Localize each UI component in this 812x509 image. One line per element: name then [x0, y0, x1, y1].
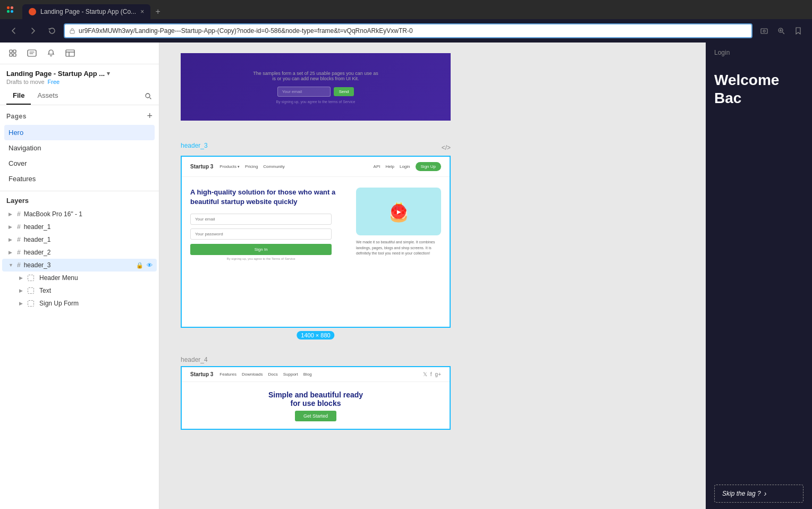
hero-send-btn[interactable]: Send [334, 87, 354, 96]
hash-icon: # [17, 249, 21, 256]
bookmark-btn[interactable] [791, 23, 806, 38]
page-item-hero[interactable]: Hero [4, 125, 155, 140]
layer-item-header3[interactable]: ▼ # header_3 🔒 👁 [2, 259, 157, 272]
forward-btn[interactable] [26, 23, 40, 38]
file-name[interactable]: Landing Page - Startup App ... ▾ [6, 70, 153, 78]
header4-frame: Startup 3 Features Downloads Docs Suppor… [181, 366, 451, 430]
h4-blog[interactable]: Blog [303, 372, 312, 377]
header4-body: Simple and beautiful ready for use block… [182, 382, 450, 430]
expand-arrow[interactable]: ▶ [9, 250, 14, 255]
svg-rect-5 [761, 29, 767, 33]
layer-child-text[interactable]: ▶ Text [2, 284, 157, 297]
app-body: Landing Page - Startup App ... ▾ Drafts … [0, 43, 812, 509]
expand-arrow[interactable]: ▶ [9, 224, 14, 230]
expand-arrow[interactable]: ▶ [19, 301, 24, 306]
expand-arrow[interactable]: ▼ [9, 262, 14, 268]
page-item-features[interactable]: Features [4, 171, 155, 186]
header4-btn[interactable]: Get Started [295, 411, 336, 421]
security-icon [69, 28, 75, 34]
h3-help[interactable]: Help [386, 164, 394, 169]
gplus-icon[interactable]: g+ [435, 371, 441, 377]
tab-file[interactable]: File [6, 87, 31, 105]
skip-btn[interactable]: Skip the lag ? › [714, 485, 803, 503]
skip-arrow-icon: › [764, 489, 767, 498]
eye-icon[interactable]: 👁 [147, 262, 153, 268]
header3-signin-btn[interactable]: Sign In [190, 244, 332, 255]
layer-child-signup-form[interactable]: ▶ Sign Up Form [2, 297, 157, 310]
layer-item-header1b[interactable]: ▶ # header_1 [2, 233, 157, 246]
nav-bar: ur9FA9xMUWh3wy/Landing-Page---Startup-Ap… [0, 19, 812, 43]
address-bar[interactable]: ur9FA9xMUWh3wy/Landing-Page---Startup-Ap… [64, 23, 752, 38]
text-tool-icon[interactable] [26, 47, 38, 60]
h3-nav-items: Products Pricing Community [219, 164, 284, 169]
play-btn[interactable]: ▶ [391, 204, 406, 219]
frame-size-badge: 1400 × 880 [297, 331, 334, 340]
svg-rect-9 [13, 50, 16, 53]
h4-nav-items: Features Downloads Docs Support Blog [219, 372, 311, 377]
page-item-navigation[interactable]: Navigation [4, 140, 155, 156]
layer-list: ▶ # MacBook Pro 16" - 1 ▶ # header_1 ▶ #… [0, 208, 159, 310]
twitter-icon[interactable]: 𝕏 [423, 371, 427, 377]
expand-arrow[interactable]: ▶ [19, 275, 24, 281]
h4-docs[interactable]: Docs [268, 372, 278, 377]
svg-rect-11 [13, 54, 16, 56]
pages-add-btn[interactable]: + [147, 111, 153, 122]
h3-signup-btn[interactable]: Sign Up [416, 162, 441, 171]
page-item-cover[interactable]: Cover [4, 156, 155, 171]
expand-arrow[interactable]: ▶ [9, 237, 14, 242]
canvas-scroll[interactable]: The samples form a set of 25 usable page… [159, 43, 706, 509]
svg-point-3 [11, 10, 13, 13]
new-tab-btn[interactable]: + [150, 4, 165, 19]
h3-login[interactable]: Login [400, 164, 410, 169]
tab-close-btn[interactable]: × [140, 8, 144, 15]
h3-api[interactable]: API [374, 164, 380, 169]
zoom-btn[interactable] [774, 23, 789, 38]
h4-features[interactable]: Features [219, 372, 236, 377]
h4-support[interactable]: Support [283, 372, 298, 377]
grid-tool-icon[interactable] [6, 47, 19, 60]
refresh-btn[interactable] [45, 23, 60, 38]
frame2-section: header_3 </> Startup 3 Products Pricing [181, 142, 706, 328]
h3-pricing[interactable]: Pricing [245, 164, 258, 169]
layout-icon[interactable] [64, 47, 77, 60]
layer-child-header-menu[interactable]: ▶ Header Menu [2, 272, 157, 284]
header3-email-input[interactable] [190, 214, 332, 225]
svg-rect-10 [10, 54, 12, 56]
header3-image: 🎂 ▶ [356, 188, 441, 235]
canvas-area: The samples form a set of 25 usable page… [159, 43, 812, 509]
frame1-box: The samples form a set of 25 usable page… [181, 53, 451, 121]
screenshot-btn[interactable] [757, 23, 772, 38]
h3-community[interactable]: Community [263, 164, 284, 169]
h4-social: 𝕏 f g+ [423, 371, 441, 377]
bell-icon[interactable] [45, 47, 57, 60]
file-meta: Drafts to move Free [6, 79, 153, 85]
frame3-section: header_4 Startup 3 Features Downloads Do… [181, 354, 706, 430]
frame1-section: The samples form a set of 25 usable page… [181, 53, 706, 121]
header3-nav: Startup 3 Products Pricing Community API… [182, 157, 450, 177]
header3-pw-input[interactable] [190, 228, 332, 240]
dashed-frame-icon [28, 300, 34, 307]
layer-item-header1a[interactable]: ▶ # header_1 [2, 220, 157, 233]
layers-section: Layers ▶ # MacBook Pro 16" - 1 ▶ # heade… [0, 191, 159, 310]
svg-point-14 [146, 94, 150, 98]
tab-favicon [29, 8, 36, 15]
tab-assets[interactable]: Assets [31, 87, 64, 105]
hero-disclaimer: By signing up, you agree to the terms of… [276, 100, 355, 104]
header3-frame: Startup 3 Products Pricing Community API… [181, 156, 451, 328]
h3-products[interactable]: Products [219, 164, 240, 169]
back-btn[interactable] [6, 23, 21, 38]
header4-subtitle: for use blocks [190, 399, 441, 408]
expand-arrow[interactable]: ▶ [9, 211, 14, 217]
search-btn[interactable] [144, 87, 153, 105]
layer-item-header2[interactable]: ▶ # header_2 [2, 246, 157, 259]
page-list: Hero Navigation Cover Features [0, 125, 159, 186]
header4-frame-label: header_4 [181, 356, 208, 363]
facebook-icon[interactable]: f [430, 371, 432, 377]
h4-downloads[interactable]: Downloads [242, 372, 263, 377]
expand-arrow[interactable]: ▶ [19, 288, 24, 293]
code-btn[interactable]: </> [442, 144, 451, 151]
svg-rect-13 [66, 50, 74, 56]
layer-item-macbook[interactable]: ▶ # MacBook Pro 16" - 1 [2, 208, 157, 220]
hero-email-input[interactable] [277, 87, 331, 97]
active-tab[interactable]: Landing Page - Startup App (Co... × [22, 4, 150, 19]
